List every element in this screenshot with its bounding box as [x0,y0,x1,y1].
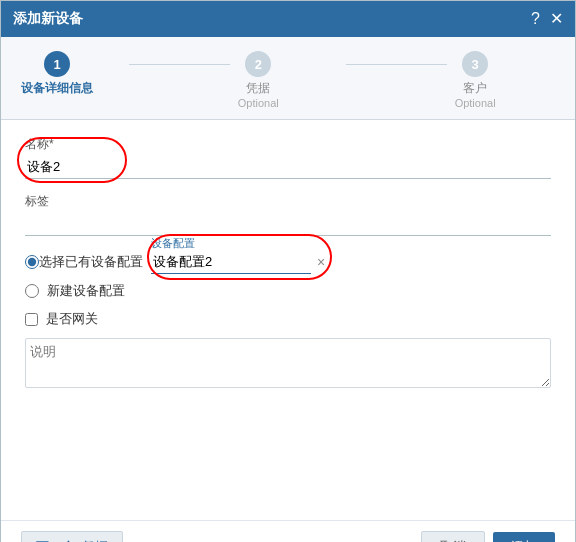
header-icons: ? ✕ [531,11,563,27]
config-input[interactable] [151,250,311,274]
new-device-radio[interactable] [25,284,39,298]
modal-footer: 下一个: 凭据 取消 添加 [1,520,575,542]
step-3-sublabel: Optional [455,97,496,109]
stepper: 1 设备详细信息 2 凭据 Optional 3 客户 Optional [1,37,575,120]
help-icon[interactable]: ? [531,11,540,27]
tag-label: 标签 [25,193,551,210]
step-2-circle: 2 [245,51,271,77]
select-existing-radio-item: 选择已有设备配置 设备配置 × [25,250,551,274]
step-2: 2 凭据 Optional [238,51,338,109]
step-line-2 [346,64,446,65]
select-existing-radio[interactable] [25,255,39,269]
step-3-circle: 3 [462,51,488,77]
step-1-circle: 1 [44,51,70,77]
description-textarea[interactable] [25,338,551,388]
name-label: 名称* [25,136,551,153]
step-3-label: 客户 [463,80,487,97]
step-2-number-area: 2 凭据 Optional [238,51,279,109]
tag-input[interactable] [25,212,551,236]
new-device-radio-item: 新建设备配置 [25,282,551,300]
gateway-checkbox[interactable] [25,313,38,326]
config-clear-icon[interactable]: × [317,254,325,270]
step-3: 3 客户 Optional [455,51,555,109]
device-config-group: 选择已有设备配置 设备配置 × 新建设备配置 [25,250,551,300]
close-icon[interactable]: ✕ [550,11,563,27]
config-floating-label: 设备配置 [151,236,195,251]
select-existing-label: 选择已有设备配置 [39,253,143,271]
footer-left: 下一个: 凭据 [21,531,413,542]
name-group: 名称* [25,136,551,179]
modal-body: 名称* 标签 选择已有设备配置 设备配置 [1,120,575,500]
modal-title: 添加新设备 [13,10,83,28]
step-1-label: 设备详细信息 [21,80,93,97]
name-input[interactable] [25,155,551,179]
new-device-label: 新建设备配置 [47,282,125,300]
cancel-button[interactable]: 取消 [421,531,485,542]
step-2-label: 凭据 [246,80,270,97]
gateway-checkbox-item: 是否网关 [25,310,551,328]
add-button[interactable]: 添加 [493,532,555,542]
next-button[interactable]: 下一个: 凭据 [21,531,123,542]
config-field-wrapper: 设备配置 [151,250,311,274]
step-line-1 [129,64,229,65]
step-1: 1 设备详细信息 [21,51,121,97]
add-device-modal: 添加新设备 ? ✕ 1 设备详细信息 2 凭据 Optional [0,0,576,542]
step-3-number-area: 3 客户 Optional [455,51,496,109]
modal-header: 添加新设备 ? ✕ [1,1,575,37]
gateway-label: 是否网关 [46,310,98,328]
step-1-number-area: 1 设备详细信息 [21,51,93,97]
description-group [25,338,551,391]
step-2-sublabel: Optional [238,97,279,109]
tag-group: 标签 [25,193,551,236]
